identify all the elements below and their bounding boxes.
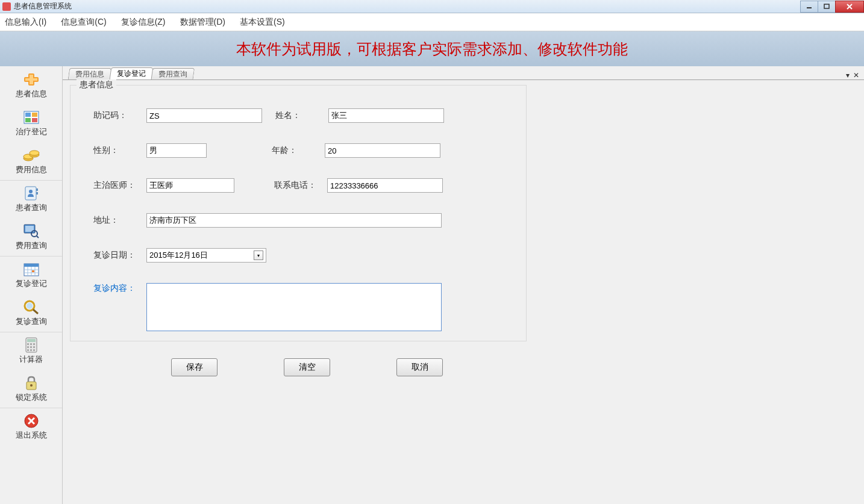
calculator-icon bbox=[22, 337, 41, 353]
clear-button[interactable]: 清空 bbox=[284, 358, 330, 376]
doctor-label: 主治医师： bbox=[93, 180, 146, 191]
svg-point-48 bbox=[30, 384, 33, 387]
sidebar-item-label: 费用查询 bbox=[16, 240, 47, 251]
sidebar-item-fee-query[interactable]: 费用查询 bbox=[0, 218, 62, 256]
mnemonic-label: 助记码： bbox=[93, 110, 146, 121]
age-input[interactable] bbox=[325, 143, 440, 158]
menu-settings[interactable]: 基本设置(S) bbox=[240, 17, 285, 28]
age-label: 年龄： bbox=[272, 145, 325, 156]
svg-rect-32 bbox=[32, 270, 34, 272]
sidebar-item-label: 锁定系统 bbox=[16, 392, 47, 403]
svg-rect-43 bbox=[33, 346, 35, 348]
sidebar-item-revisit-query[interactable]: 复诊查询 bbox=[0, 294, 62, 332]
svg-point-34 bbox=[27, 303, 33, 309]
sidebar-item-calculator[interactable]: 计算器 bbox=[0, 332, 62, 370]
address-label: 地址： bbox=[93, 215, 146, 226]
window-titlebar: 患者信息管理系统 bbox=[0, 0, 864, 13]
menu-input[interactable]: 信息输入(I) bbox=[5, 17, 46, 28]
maximize-button[interactable] bbox=[818, 1, 836, 13]
app-icon bbox=[2, 2, 11, 11]
sidebar-item-treatment-register[interactable]: 治疗登记 bbox=[0, 104, 62, 142]
address-input[interactable] bbox=[146, 213, 442, 228]
svg-line-24 bbox=[37, 236, 39, 238]
sidebar-item-label: 患者查询 bbox=[16, 202, 47, 213]
svg-rect-18 bbox=[36, 188, 38, 191]
save-button[interactable]: 保存 bbox=[171, 358, 218, 376]
revisit-date-value: 2015年12月16日 bbox=[149, 250, 208, 261]
revisit-content-textarea[interactable] bbox=[146, 283, 442, 331]
svg-rect-7 bbox=[25, 78, 37, 81]
gender-label: 性别： bbox=[93, 145, 146, 156]
svg-rect-11 bbox=[25, 118, 31, 122]
tabstrip: 费用信息 复诊登记 费用查询 ▾ ✕ bbox=[63, 66, 864, 79]
svg-rect-42 bbox=[30, 346, 32, 348]
menu-data[interactable]: 数据管理(D) bbox=[180, 17, 225, 28]
chevron-down-icon[interactable]: ▾ bbox=[254, 250, 263, 260]
svg-rect-1 bbox=[824, 4, 829, 8]
window-title: 患者信息管理系统 bbox=[14, 1, 72, 11]
gender-input[interactable] bbox=[146, 143, 207, 158]
phone-input[interactable] bbox=[327, 178, 443, 193]
content-area: 费用信息 复诊登记 费用查询 ▾ ✕ 患者信息 助记码： 姓名： bbox=[63, 66, 864, 504]
menu-revisit[interactable]: 复诊信息(Z) bbox=[121, 17, 166, 28]
tab-close-icon[interactable]: ✕ bbox=[853, 71, 859, 79]
sidebar-item-label: 退出系统 bbox=[16, 430, 47, 441]
tab-fee-query[interactable]: 费用查询 bbox=[151, 68, 195, 80]
svg-rect-10 bbox=[32, 113, 37, 117]
sidebar-item-exit-system[interactable]: 退出系统 bbox=[0, 408, 62, 446]
sidebar-item-label: 费用信息 bbox=[16, 164, 47, 175]
sidebar-item-label: 患者信息 bbox=[16, 89, 47, 99]
calendar-grid-icon bbox=[22, 110, 41, 125]
tab-revisit-register[interactable]: 复诊登记 bbox=[110, 67, 154, 79]
svg-rect-41 bbox=[27, 346, 29, 348]
svg-rect-12 bbox=[32, 118, 37, 122]
sidebar: 患者信息 治疗登记 费用信息 患者查询 费用查询 bbox=[0, 66, 63, 504]
svg-rect-9 bbox=[25, 113, 31, 117]
revisit-content-label: 复诊内容： bbox=[93, 283, 146, 294]
minimize-button[interactable] bbox=[800, 1, 818, 13]
svg-point-16 bbox=[30, 151, 39, 155]
svg-rect-19 bbox=[36, 192, 38, 194]
lock-icon bbox=[22, 375, 41, 391]
svg-rect-38 bbox=[27, 343, 29, 345]
revisit-date-label: 复诊日期： bbox=[93, 250, 146, 261]
coins-icon bbox=[22, 148, 41, 163]
groupbox-title: 患者信息 bbox=[77, 79, 116, 90]
sidebar-item-label: 复诊查询 bbox=[16, 316, 47, 327]
sidebar-item-fee-info[interactable]: 费用信息 bbox=[0, 142, 62, 180]
revisit-date-picker[interactable]: 2015年12月16日 ▾ bbox=[146, 248, 266, 263]
sidebar-item-label: 治疗登记 bbox=[16, 126, 47, 137]
calendar-icon bbox=[22, 261, 41, 277]
phone-label: 联系电话： bbox=[274, 180, 327, 191]
sidebar-item-label: 计算器 bbox=[19, 354, 43, 365]
sidebar-item-patient-info[interactable]: 患者信息 bbox=[0, 66, 62, 104]
mnemonic-input[interactable] bbox=[146, 108, 262, 123]
close-button[interactable] bbox=[835, 1, 864, 13]
patient-info-groupbox: 患者信息 助记码： 姓名： 性别： 年龄： bbox=[70, 85, 527, 341]
name-input[interactable] bbox=[328, 108, 444, 123]
svg-rect-39 bbox=[30, 343, 32, 345]
magnifier-icon bbox=[22, 299, 41, 315]
contact-book-icon bbox=[22, 185, 41, 201]
tab-fee-info[interactable]: 费用信息 bbox=[67, 68, 111, 80]
cancel-button[interactable]: 取消 bbox=[396, 358, 443, 376]
doctor-input[interactable] bbox=[146, 178, 234, 193]
svg-rect-40 bbox=[33, 343, 35, 345]
sidebar-item-patient-query[interactable]: 患者查询 bbox=[0, 180, 62, 218]
monitor-search-icon bbox=[22, 223, 41, 239]
trial-banner-text: 本软件为试用版，可根据客户实际需求添加、修改软件功能 bbox=[236, 39, 628, 59]
plus-icon bbox=[22, 72, 41, 87]
name-label: 姓名： bbox=[275, 110, 328, 121]
tab-dropdown-icon[interactable]: ▾ bbox=[846, 71, 850, 79]
sidebar-item-revisit-register[interactable]: 复诊登记 bbox=[0, 256, 62, 294]
sidebar-item-label: 复诊登记 bbox=[16, 278, 47, 289]
trial-banner: 本软件为试用版，可根据客户实际需求添加、修改软件功能 bbox=[0, 31, 864, 66]
exit-icon bbox=[22, 413, 41, 429]
svg-rect-44 bbox=[27, 349, 29, 351]
menubar: 信息输入(I) 信息查询(C) 复诊信息(Z) 数据管理(D) 基本设置(S) bbox=[0, 13, 864, 31]
svg-rect-46 bbox=[33, 349, 35, 351]
menu-query[interactable]: 信息查询(C) bbox=[61, 17, 106, 28]
svg-rect-26 bbox=[24, 264, 39, 267]
sidebar-item-lock-system[interactable]: 锁定系统 bbox=[0, 370, 62, 408]
svg-rect-37 bbox=[27, 339, 36, 342]
